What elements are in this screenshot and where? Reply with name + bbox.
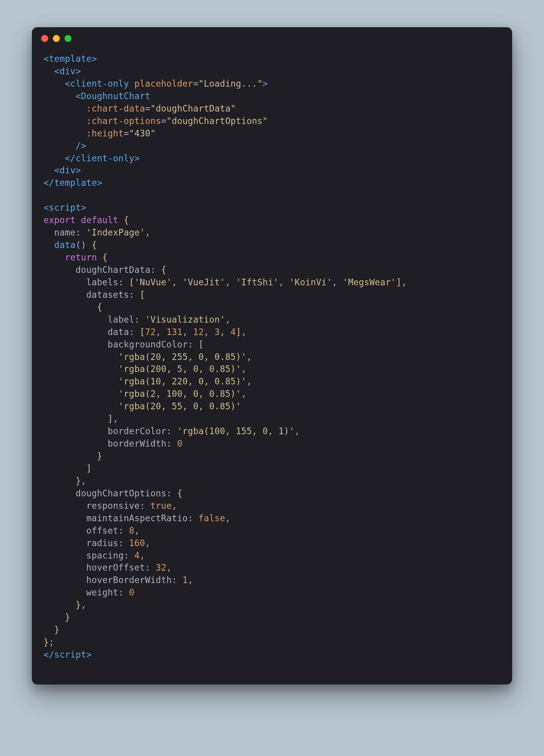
- prop-doughchartdata: doughChartData: [75, 265, 150, 275]
- prop-doughchartoptions: doughChartOptions: [75, 488, 166, 498]
- prop-bordercolor: borderColor: [108, 426, 166, 436]
- val-placeholder: "Loading...": [199, 79, 263, 89]
- tag-client-only-close: </client-only>: [65, 153, 139, 163]
- tag-self-close: />: [75, 141, 86, 151]
- maximize-icon[interactable]: [65, 35, 71, 42]
- tag-client-only-open: <client-only: [65, 79, 129, 89]
- val-name: 'IndexPage': [86, 227, 145, 237]
- fn-data: data: [54, 240, 76, 250]
- attr-chart-data: :chart-data: [86, 103, 145, 113]
- prop-maintainar: maintainAspectRatio: [86, 513, 188, 523]
- val-responsive: true: [150, 501, 172, 511]
- minimize-icon[interactable]: [53, 35, 60, 42]
- val-height: "430": [129, 128, 156, 138]
- val-bordercolor: 'rgba(100, 155, 0, 1)': [177, 426, 295, 436]
- val-maintainar: false: [199, 513, 225, 523]
- attr-placeholder: placeholder: [134, 79, 193, 89]
- prop-weight: weight: [86, 587, 118, 597]
- prop-hoverborderwidth: hoverBorderWidth: [86, 575, 172, 585]
- tag-div-open-2: <div>: [54, 165, 81, 175]
- val-chart-data: "doughChartData": [150, 103, 236, 113]
- val-weight: 0: [129, 587, 134, 597]
- tag-template-open: <template>: [44, 54, 97, 64]
- val-borderwidth: 0: [177, 438, 183, 449]
- prop-label: label: [108, 314, 134, 325]
- kw-default: default: [81, 215, 118, 225]
- prop-offset: offset: [86, 526, 118, 536]
- tag-div-open: <div>: [54, 66, 81, 76]
- tag-template-close: </template>: [44, 178, 102, 188]
- tag-script-open: <script>: [44, 203, 86, 213]
- val-spacing: 4: [134, 550, 140, 560]
- val-hoveroffset: 32: [156, 562, 167, 573]
- prop-name: name: [54, 227, 76, 237]
- prop-radius: radius: [86, 538, 118, 548]
- val-hoverborderwidth: 1: [182, 575, 188, 585]
- prop-hoveroffset: hoverOffset: [86, 562, 145, 573]
- val-label: 'Visualization': [145, 314, 225, 325]
- kw-return: return: [65, 252, 97, 262]
- prop-datasets: datasets: [86, 290, 129, 300]
- window-titlebar: [32, 27, 512, 46]
- val-offset: 8: [129, 526, 134, 536]
- prop-labels: labels: [86, 277, 118, 287]
- kw-export: export: [44, 215, 75, 225]
- prop-data: data: [108, 327, 129, 337]
- code-block: <template> <div> <client-only placeholde…: [32, 46, 512, 661]
- code-window: <template> <div> <client-only placeholde…: [32, 27, 512, 684]
- val-radius: 160: [129, 538, 145, 548]
- prop-borderwidth: borderWidth: [108, 438, 166, 449]
- tag-doughnut-open: <DoughnutChart: [75, 91, 150, 101]
- prop-bgcolor: backgroundColor: [108, 339, 188, 349]
- prop-responsive: responsive: [86, 501, 139, 511]
- prop-spacing: spacing: [86, 550, 124, 560]
- val-chart-options: "doughChartOptions": [166, 116, 268, 126]
- tag-script-close: </script>: [44, 649, 92, 660]
- attr-chart-options: :chart-options: [86, 116, 161, 126]
- close-icon[interactable]: [41, 35, 48, 42]
- attr-height: :height: [86, 128, 124, 138]
